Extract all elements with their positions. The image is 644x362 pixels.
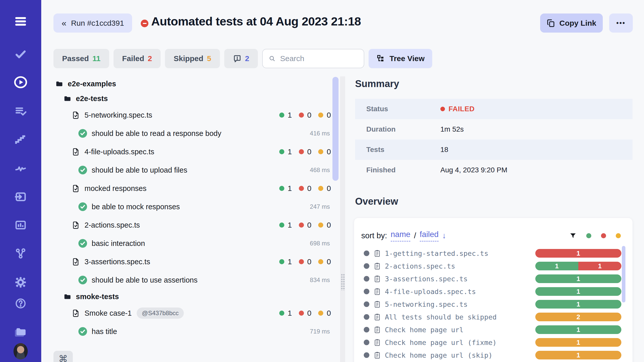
bar-chart-icon[interactable] [13, 218, 28, 232]
test-duration: 719 ms [310, 328, 330, 335]
search-input[interactable] [280, 54, 358, 63]
spec-passed-count: 1 [288, 184, 292, 193]
tree-row[interactable]: e2e-tests [41, 91, 332, 106]
test-passed-icon [78, 327, 87, 336]
overview-scrollbar-thumb[interactable] [622, 246, 625, 302]
tree-row[interactable]: should be able to use assertions 834 ms [41, 271, 332, 289]
failed-dot-icon [299, 113, 304, 118]
filter-failed-dot[interactable] [601, 233, 606, 238]
spec-status-dot [364, 352, 369, 358]
segment-count: 1 [598, 262, 601, 270]
segment-count: 1 [577, 351, 580, 359]
sidebar [0, 0, 41, 362]
user-avatar[interactable] [13, 344, 28, 358]
search-box [262, 49, 364, 68]
spec-failed-count: 0 [307, 111, 312, 119]
folder-icon [55, 80, 63, 88]
spec-status-dot [364, 250, 369, 256]
git-branch-icon[interactable] [13, 246, 28, 261]
result-bar-segment: 2 [535, 313, 621, 321]
overview-row[interactable]: All tests should be skipped 2 [354, 311, 633, 323]
tree-row[interactable]: has title 719 ms [41, 322, 332, 341]
back-to-run-button[interactable]: « Run #c1ccd391 [53, 13, 132, 33]
tree-row[interactable]: should be able to upload files 468 ms [41, 161, 332, 179]
activity-icon[interactable] [13, 161, 28, 175]
sort-direction-arrow[interactable]: ↓ [442, 231, 446, 240]
spec-counts: 1 0 0 [279, 111, 332, 119]
tree-row[interactable]: be able to mock responses 247 ms [41, 198, 332, 216]
skipped-label: Skipped [174, 54, 203, 63]
tree-row[interactable]: basic interaction 698 ms [41, 234, 332, 253]
tree-scrollbar-thumb[interactable] [332, 77, 339, 181]
double-chevron-left-icon: « [62, 18, 66, 28]
spec-counts: 1 0 0 [279, 309, 332, 317]
menu-icon[interactable] [13, 14, 28, 29]
filter-failed-button[interactable]: Failed 2 [114, 49, 161, 68]
test-duration: 416 ms [310, 130, 330, 137]
panel-resize-divider[interactable] [340, 76, 345, 362]
skipped-dot-icon [318, 311, 323, 316]
overview-row[interactable]: 1-getting-started.spec.ts 1 [354, 247, 633, 260]
list-check-icon[interactable] [13, 104, 28, 118]
gear-icon[interactable] [13, 275, 28, 289]
overview-row[interactable]: Check home page url 1 [354, 323, 633, 336]
overview-row[interactable]: Check home page url (skip) 1 [354, 349, 633, 361]
spec-status-dot [364, 289, 369, 294]
clipboard-icon [374, 287, 381, 296]
tree-row[interactable]: smoke-tests [41, 289, 332, 304]
spec-skipped-count: 0 [327, 111, 331, 119]
tree-row[interactable]: 3-assertions.spec.ts 1 0 0 [41, 253, 332, 271]
tree-row[interactable]: mocked responses 1 0 0 [41, 179, 332, 198]
spec-skipped-count: 0 [327, 309, 331, 317]
filter-bar: Passed 11 Failed 2 Skipped 5 2 Tree View [53, 49, 432, 68]
stairs-icon[interactable] [13, 133, 28, 147]
spec-file-icon [72, 221, 80, 229]
tree-row[interactable]: 5-networking.spec.ts 1 0 0 [41, 106, 332, 124]
filter-passed-dot[interactable] [586, 233, 591, 238]
command-shortcut-button[interactable]: ⌘ [53, 351, 73, 362]
tree-view-button[interactable]: Tree View [369, 49, 432, 68]
spec-status-dot [364, 263, 369, 269]
failed-dot-icon [299, 222, 304, 228]
tree-row[interactable]: should be able to read a response body 4… [41, 124, 332, 143]
test-duration: 247 ms [310, 203, 330, 210]
test-duration: 698 ms [310, 240, 330, 247]
tree-row[interactable]: Smoke case-1 @S437b8bcc 1 0 0 [41, 304, 332, 322]
clipboard-icon [374, 351, 381, 359]
filter-skipped-button[interactable]: Skipped 5 [165, 49, 220, 68]
sort-by-name-link[interactable]: name [391, 230, 411, 242]
log-in-icon[interactable] [13, 190, 28, 204]
folder-icon[interactable] [13, 325, 28, 339]
passed-dot-icon [279, 149, 284, 154]
help-icon[interactable] [13, 296, 28, 311]
tree-row[interactable]: 2-actions.spec.ts 1 0 0 [41, 216, 332, 234]
filter-passed-button[interactable]: Passed 11 [53, 49, 109, 68]
check-icon[interactable] [13, 47, 28, 61]
summary-table: Status FAILED Duration 1m 52s Tests 18 F… [355, 99, 633, 180]
play-circle-icon[interactable] [13, 75, 28, 89]
spec-skipped-count: 0 [327, 257, 331, 266]
comments-filter-button[interactable]: 2 [224, 49, 258, 68]
tree-row[interactable]: 4-file-uploads.spec.ts 1 0 0 [41, 143, 332, 161]
tree-row[interactable]: e2e-examples [41, 76, 332, 91]
overview-row[interactable]: 2-actions.spec.ts 1 1 [354, 260, 633, 272]
copy-link-button[interactable]: Copy Link [540, 13, 603, 33]
failed-dot-icon [299, 149, 304, 154]
result-bar: 1 [535, 287, 621, 296]
skipped-dot-icon [318, 222, 323, 228]
overview-row[interactable]: 5-networking.spec.ts 1 [354, 298, 633, 311]
result-bar-segment: 1 [535, 325, 621, 334]
overview-row[interactable]: 4-file-uploads.spec.ts 1 [354, 285, 633, 298]
funnel-filter-icon[interactable] [569, 232, 577, 239]
clipboard-icon [374, 275, 381, 283]
spec-skipped-count: 0 [327, 184, 331, 193]
passed-count: 11 [92, 54, 101, 63]
overview-row[interactable]: 3-assertions.spec.ts 1 [354, 272, 633, 285]
more-actions-button[interactable]: ••• [609, 13, 633, 33]
overview-row[interactable]: Check home page url (fixme) 1 [354, 336, 633, 349]
spec-failed-count: 0 [307, 147, 312, 156]
result-bar: 1 [535, 300, 621, 309]
copy-link-label: Copy Link [559, 19, 596, 27]
filter-skipped-dot[interactable] [616, 233, 621, 238]
sort-by-failed-link[interactable]: failed [420, 230, 439, 242]
